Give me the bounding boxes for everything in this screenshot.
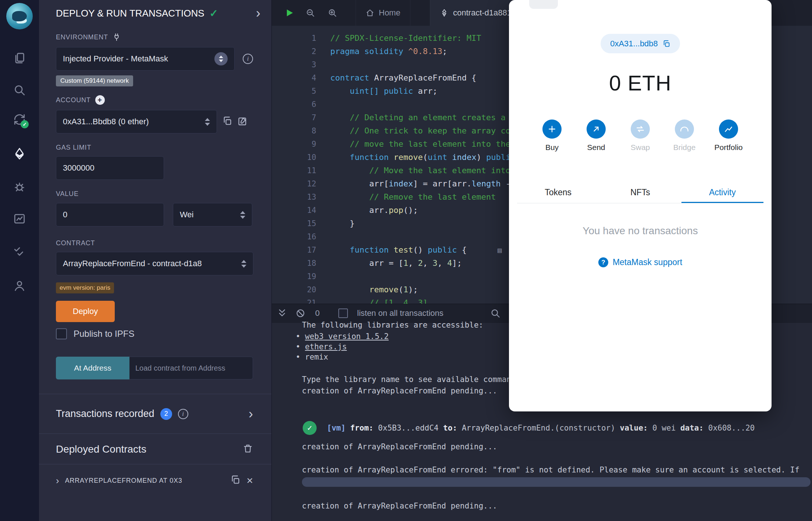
copy-account-icon[interactable] [222, 116, 232, 128]
debugger-icon[interactable] [13, 181, 26, 193]
account-address-pill[interactable]: 0xA31...bdb8 [601, 34, 680, 53]
value-input[interactable] [56, 203, 164, 226]
publish-ipfs-checkbox[interactable] [56, 328, 67, 339]
account-select[interactable]: 0xA31...Bbdb8 (0 ether) [56, 110, 217, 133]
mm-action-send[interactable]: Send [574, 119, 618, 152]
account-address: 0xA31...bdb8 [610, 39, 658, 49]
plugin-manager-icon[interactable] [13, 279, 26, 292]
value-unit-select[interactable]: Wei [173, 203, 252, 226]
panel-collapse-chevron-icon[interactable]: › [256, 7, 260, 20]
deployed-contracts-title: Deployed Contracts [56, 443, 146, 455]
mm-tab-tokens[interactable]: Tokens [517, 182, 599, 203]
deployed-contracts-header: Deployed Contracts [56, 434, 253, 455]
line-number: 13 [272, 190, 316, 204]
home-icon [366, 8, 374, 17]
send-arrow-icon[interactable] [587, 119, 606, 139]
line-number: 10 [272, 151, 316, 164]
mm-action-swap: Swap [618, 119, 662, 152]
divider [39, 464, 271, 464]
run-script-button[interactable] [284, 8, 295, 19]
terminal-line: creation of ArrayReplaceFromEnd pending.… [302, 501, 497, 511]
terminal-line: • remix [296, 352, 328, 362]
transactions-recorded-row[interactable]: Transactions recorded 2 i › [56, 394, 253, 433]
network-picker-partial[interactable] [529, 0, 558, 9]
line-number: 3 [272, 58, 316, 71]
solidity-compiler-icon[interactable]: ✓ [13, 113, 26, 126]
account-label-text: ACCOUNT [56, 96, 91, 104]
transactions-chevron-icon[interactable]: › [249, 407, 253, 421]
zoom-out-icon[interactable] [306, 8, 315, 19]
add-account-icon[interactable]: + [95, 95, 105, 105]
editor-gutter: 123456789101112131415161718192021 [272, 32, 316, 304]
at-address-group: At Address [56, 357, 253, 379]
account-label: ACCOUNT + [56, 95, 253, 105]
publish-ipfs-label: Publish to IPFS [74, 329, 134, 339]
mm-tab-activity[interactable]: Activity [681, 182, 763, 203]
file-explorer-icon[interactable] [13, 52, 26, 64]
terminal-line: • ethers.js [296, 342, 347, 352]
terminal-library-link[interactable]: ethers.js [305, 342, 347, 351]
transactions-info-icon[interactable]: i [178, 409, 188, 419]
deployed-contract-item[interactable]: › ARRAYREPLACEFROMEND AT 0X3 × [56, 475, 253, 486]
edit-account-icon[interactable] [238, 116, 248, 128]
value-label: VALUE [56, 190, 253, 198]
unit-testing-icon[interactable] [13, 245, 26, 258]
expand-contract-chevron-icon[interactable]: › [56, 476, 59, 485]
environment-select[interactable]: Injected Provider - MetaMask [56, 47, 235, 71]
no-transactions-message: You have no transactions [509, 225, 772, 237]
at-address-button[interactable]: At Address [56, 357, 129, 379]
deploy-button[interactable]: Deploy [56, 301, 115, 322]
copy-contract-address-icon[interactable] [230, 475, 241, 486]
at-address-input[interactable] [129, 357, 253, 379]
zoom-in-icon[interactable] [328, 8, 337, 19]
terminal-line: • web3 version 1.5.2 [296, 331, 389, 342]
swap-icon [631, 119, 650, 139]
analytics-icon[interactable] [13, 213, 26, 225]
account-stepper-icon[interactable] [205, 118, 210, 126]
value-label-text: VALUE [56, 190, 79, 198]
terminal-library-link[interactable]: web3 version 1.5.2 [305, 332, 389, 341]
gas-limit-input[interactable] [56, 156, 164, 180]
line-number: 6 [272, 98, 316, 111]
bridge-icon [675, 119, 694, 139]
mm-action-portfolio[interactable]: Portfolio [706, 119, 751, 152]
panel-title: DEPLOY & RUN TRANSACTIONS [56, 8, 204, 19]
contract-stepper-icon[interactable] [241, 260, 246, 268]
remove-contract-icon[interactable]: × [246, 475, 253, 486]
success-check-icon: ✓ [303, 421, 317, 435]
contract-select[interactable]: ArrayReplaceFromEnd - contract-d1a8 [56, 252, 253, 275]
clear-deployed-trash-icon[interactable] [243, 443, 253, 455]
remix-logo-icon[interactable] [6, 3, 33, 29]
deploy-run-icon[interactable] [13, 147, 26, 160]
tab-home-label: Home [379, 8, 400, 18]
portfolio-chart-icon[interactable] [719, 119, 738, 139]
copy-address-icon[interactable] [662, 40, 670, 48]
line-number: 20 [272, 283, 316, 296]
account-value: 0xA31...Bbdb8 (0 ether) [63, 117, 200, 126]
mm-action-label: Swap [631, 143, 650, 152]
line-number: 11 [272, 164, 316, 177]
mm-tab-nfts[interactable]: NFTs [599, 182, 681, 203]
remix-ide: ✓ DEPLOY & RUN TRANSACTIONS ✓ › ENVIRONM… [0, 0, 812, 521]
mm-action-label: Buy [545, 143, 559, 152]
line-number: 18 [272, 257, 316, 270]
environment-stepper-icon[interactable] [214, 52, 228, 65]
evm-version-badge: evm version: paris [56, 282, 114, 293]
environment-info-icon[interactable]: i [243, 54, 253, 64]
terminal-line: Type the library name to see available c… [302, 374, 525, 385]
network-badge: Custom (59144) network [56, 75, 133, 86]
mm-action-bridge: Bridge [662, 119, 706, 152]
line-number: 17 [272, 243, 316, 257]
mm-action-buy[interactable]: Buy [530, 119, 574, 152]
plus-icon[interactable] [542, 119, 562, 139]
tab-home[interactable]: Home [356, 0, 410, 26]
support-label: MetaMask support [613, 257, 682, 267]
value-unit-stepper-icon[interactable] [240, 211, 245, 219]
terminal-scrollbar[interactable] [302, 477, 811, 487]
mm-action-label: Bridge [673, 143, 696, 152]
metamask-support-link[interactable]: ? MetaMask support [509, 257, 772, 267]
line-number: 19 [272, 270, 316, 283]
terminal-line: creation of ArrayReplaceFromEnd pending.… [302, 386, 497, 396]
line-number: 21 [272, 296, 316, 304]
search-icon[interactable] [13, 84, 26, 96]
